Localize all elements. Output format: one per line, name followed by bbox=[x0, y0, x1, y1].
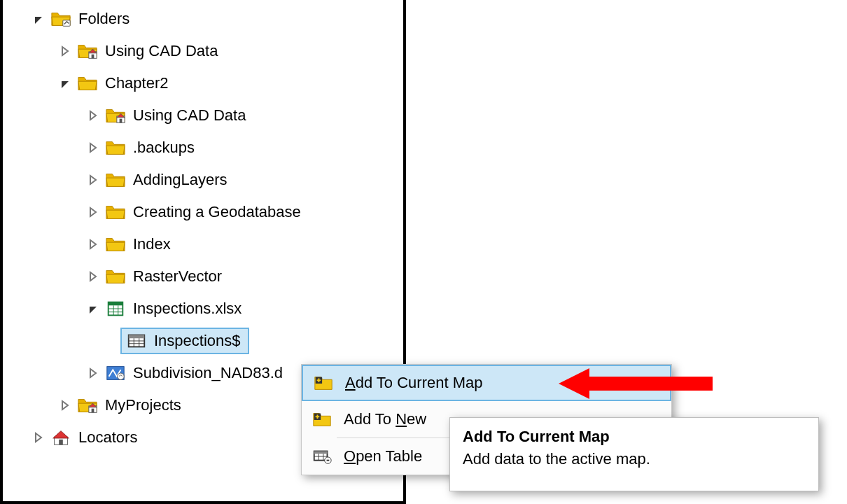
add-to-map-icon bbox=[312, 410, 332, 428]
annotation-arrow-icon bbox=[559, 367, 713, 400]
expand-toggle-icon[interactable] bbox=[85, 301, 101, 316]
svg-marker-33 bbox=[559, 368, 713, 399]
folder-icon bbox=[105, 139, 126, 157]
tree-item-using-cad-data[interactable]: Using CAD Data bbox=[3, 35, 403, 67]
tree-item-chapter2[interactable]: Chapter2 bbox=[3, 67, 403, 99]
tree-item-backups[interactable]: .backups bbox=[3, 132, 403, 164]
menu-item-label: Open Table bbox=[344, 447, 422, 465]
tree-item-label: Using CAD Data bbox=[105, 42, 218, 60]
expand-toggle-icon[interactable] bbox=[85, 140, 101, 155]
tree-item-label: Folders bbox=[78, 10, 130, 28]
expand-toggle-icon[interactable] bbox=[57, 398, 73, 413]
tree-item-label: Inspections.xlsx bbox=[133, 300, 241, 318]
tree-item-label: AddingLayers bbox=[133, 171, 227, 189]
expand-toggle-icon[interactable] bbox=[31, 11, 46, 27]
tree-item-label: Inspections$ bbox=[154, 332, 241, 350]
expand-toggle-icon[interactable] bbox=[57, 76, 73, 91]
tree-item-label: Index bbox=[133, 235, 171, 253]
tooltip-title: Add To Current Map bbox=[463, 428, 806, 446]
folder-home-icon bbox=[77, 396, 98, 414]
folder-icon bbox=[105, 203, 126, 221]
folder-icon bbox=[105, 235, 126, 253]
expand-toggle-icon[interactable] bbox=[85, 172, 101, 188]
locator-icon bbox=[50, 428, 71, 447]
sheet-icon bbox=[126, 332, 147, 350]
folder-home-icon bbox=[105, 106, 126, 125]
expand-toggle-icon[interactable] bbox=[85, 204, 101, 220]
tooltip: Add To Current Map Add data to the activ… bbox=[449, 417, 819, 491]
expand-toggle-icon[interactable] bbox=[85, 365, 101, 381]
expand-toggle-icon[interactable] bbox=[85, 269, 101, 284]
tree-item-inspections-sheet[interactable]: Inspections$ bbox=[120, 328, 249, 354]
tree-item-label: RasterVector bbox=[133, 267, 222, 286]
tree-item-index[interactable]: Index bbox=[3, 228, 403, 260]
excel-icon bbox=[105, 300, 126, 318]
folder-icon bbox=[105, 267, 126, 286]
tree-item-creating-geodatabase[interactable]: Creating a Geodatabase bbox=[3, 196, 403, 228]
open-table-icon bbox=[312, 447, 332, 465]
tree-item-folders[interactable]: Folders bbox=[3, 3, 403, 35]
tree-item-using-cad-data-2[interactable]: Using CAD Data bbox=[3, 99, 403, 132]
tree-item-label: Chapter2 bbox=[105, 74, 169, 92]
cad-file-icon bbox=[105, 364, 126, 382]
expand-toggle-icon[interactable] bbox=[85, 237, 101, 252]
tree-item-adding-layers[interactable]: AddingLayers bbox=[3, 164, 403, 196]
expand-toggle-icon[interactable] bbox=[85, 108, 101, 123]
menu-item-label: Add To Current Map bbox=[345, 374, 483, 392]
tree-item-label: Creating a Geodatabase bbox=[133, 203, 301, 221]
tree-item-raster-vector[interactable]: RasterVector bbox=[3, 260, 403, 293]
tree-item-label: Subdivision_NAD83.d bbox=[133, 364, 283, 382]
expand-toggle-icon[interactable] bbox=[57, 43, 73, 59]
folder-icon bbox=[105, 171, 126, 189]
expand-toggle-icon[interactable] bbox=[31, 430, 46, 445]
add-to-map-icon bbox=[313, 374, 334, 392]
folder-home-icon bbox=[77, 42, 98, 60]
tree-item-label: Locators bbox=[78, 428, 137, 447]
folder-icon bbox=[77, 74, 98, 92]
folder-link-icon bbox=[50, 10, 71, 28]
menu-item-label: Add To New bbox=[344, 410, 426, 428]
tree-item-label: Using CAD Data bbox=[133, 106, 246, 125]
tree-item-label: .backups bbox=[133, 139, 195, 157]
tree-item-label: MyProjects bbox=[105, 396, 181, 414]
tooltip-body: Add data to the active map. bbox=[463, 450, 806, 468]
tree-item-inspections-xlsx[interactable]: Inspections.xlsx bbox=[3, 293, 403, 325]
